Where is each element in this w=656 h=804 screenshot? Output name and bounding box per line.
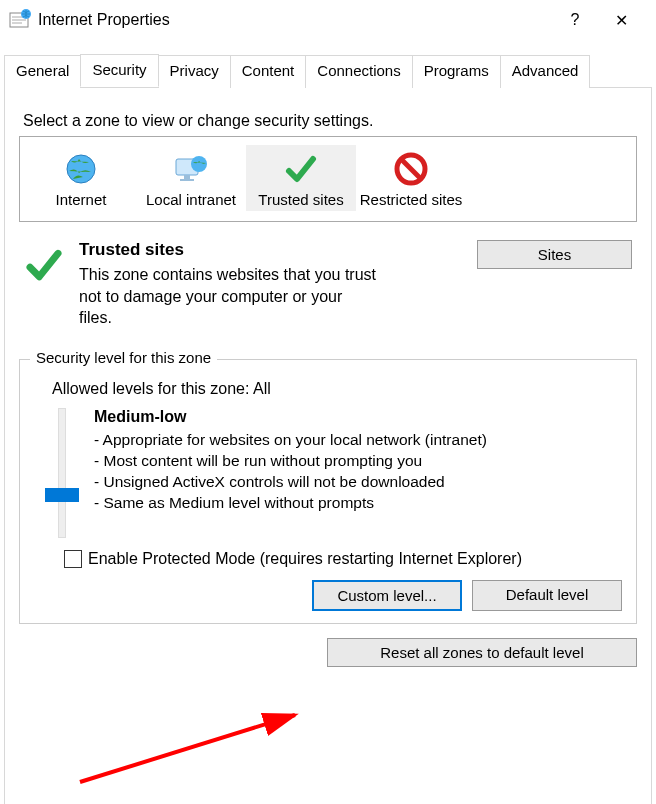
- tab-privacy[interactable]: Privacy: [158, 55, 231, 88]
- security-panel: Select a zone to view or change security…: [4, 87, 652, 804]
- checkmark-icon: [19, 240, 69, 329]
- custom-level-button[interactable]: Custom level...: [312, 580, 462, 611]
- tab-security[interactable]: Security: [80, 54, 158, 87]
- help-button[interactable]: ?: [552, 5, 598, 35]
- window-title: Internet Properties: [38, 11, 552, 29]
- tab-content[interactable]: Content: [230, 55, 307, 88]
- level-detail-2: - Unsigned ActiveX controls will not be …: [94, 472, 622, 493]
- zone-label: Trusted sites: [248, 191, 354, 209]
- sites-button[interactable]: Sites: [477, 240, 632, 269]
- zone-description: Trusted sites This zone contains website…: [19, 240, 637, 329]
- svg-rect-9: [180, 179, 194, 181]
- tab-programs[interactable]: Programs: [412, 55, 501, 88]
- no-entry-icon: [358, 149, 464, 189]
- zone-desc-body: This zone contains websites that you tru…: [79, 264, 379, 329]
- zone-label: Restricted sites: [358, 191, 464, 209]
- svg-point-10: [191, 156, 207, 172]
- zone-label: Internet: [28, 191, 134, 209]
- zone-prompt: Select a zone to view or change security…: [23, 112, 637, 130]
- group-title: Security level for this zone: [30, 349, 217, 366]
- zone-trusted-sites[interactable]: Trusted sites: [246, 145, 356, 211]
- globe-icon: [28, 149, 134, 189]
- zone-restricted-sites[interactable]: Restricted sites: [356, 145, 466, 211]
- close-button[interactable]: ✕: [598, 5, 644, 35]
- title-bar: Internet Properties ? ✕: [0, 0, 656, 40]
- protected-mode-checkbox[interactable]: [64, 550, 82, 568]
- zone-desc-title: Trusted sites: [79, 240, 459, 260]
- zone-internet[interactable]: Internet: [26, 145, 136, 211]
- default-level-button[interactable]: Default level: [472, 580, 622, 611]
- level-detail-0: - Appropriate for websites on your local…: [94, 430, 622, 451]
- slider-thumb[interactable]: [45, 488, 79, 502]
- protected-mode-label: Enable Protected Mode (requires restarti…: [88, 550, 522, 568]
- level-detail-3: - Same as Medium level without prompts: [94, 493, 622, 514]
- zone-local-intranet[interactable]: Local intranet: [136, 145, 246, 211]
- allowed-levels: Allowed levels for this zone: All: [52, 380, 618, 398]
- security-level-group: Security level for this zone Allowed lev…: [19, 359, 637, 624]
- svg-rect-8: [184, 175, 190, 179]
- internet-options-icon: [8, 8, 32, 32]
- zone-list: Internet Local intranet Trusted sites: [19, 136, 637, 222]
- svg-line-12: [402, 160, 420, 178]
- monitor-globe-icon: [138, 149, 244, 189]
- tab-general[interactable]: General: [4, 55, 81, 88]
- zone-label: Local intranet: [138, 191, 244, 209]
- level-name: Medium-low: [94, 408, 622, 426]
- checkmark-icon: [248, 149, 354, 189]
- security-level-slider[interactable]: [46, 408, 78, 538]
- level-detail-1: - Most content will be run without promp…: [94, 451, 622, 472]
- slider-track: [58, 408, 66, 538]
- tab-strip: General Security Privacy Content Connect…: [0, 54, 656, 87]
- tab-advanced[interactable]: Advanced: [500, 55, 591, 88]
- tab-connections[interactable]: Connections: [305, 55, 412, 88]
- reset-zones-button[interactable]: Reset all zones to default level: [327, 638, 637, 667]
